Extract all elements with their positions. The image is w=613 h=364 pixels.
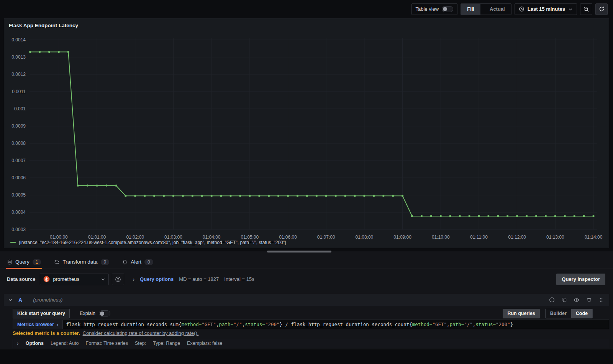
query-options-expander[interactable]: Query options: [140, 276, 174, 282]
code-button[interactable]: Code: [571, 309, 592, 318]
promql-input[interactable]: flask_http_request_duration_seconds_sum{…: [62, 320, 609, 329]
y-axis-label: 0.0013: [11, 54, 26, 60]
data-point: [249, 195, 251, 197]
data-point: [545, 215, 547, 217]
table-view-label: Table view: [416, 6, 439, 12]
y-axis-label: 0.0014: [11, 37, 26, 43]
data-point: [478, 215, 480, 217]
magnifier-minus-icon: [583, 6, 589, 12]
x-axis-label: 01:00:00: [50, 234, 68, 240]
x-axis-label: 01:04:00: [203, 234, 221, 240]
data-point: [144, 195, 146, 197]
data-point: [29, 51, 31, 53]
data-point: [335, 195, 337, 197]
x-axis-label: 01:01:00: [88, 234, 106, 240]
x-axis-label: 01:02:00: [126, 234, 144, 240]
delete-query-button[interactable]: [586, 297, 592, 303]
refresh-icon: [599, 6, 605, 12]
datasource-select[interactable]: prometheus: [40, 274, 109, 285]
tab-transform-data[interactable]: Transform data 0: [54, 255, 109, 269]
data-point: [172, 195, 174, 197]
toggle-visibility-button[interactable]: [574, 297, 580, 303]
data-point: [229, 195, 231, 197]
data-point: [39, 51, 41, 53]
data-point: [497, 215, 499, 217]
promql-label-token: status=: [245, 321, 265, 327]
data-point: [268, 195, 270, 197]
promql-token: ,: [447, 321, 450, 327]
data-point: [316, 195, 318, 197]
query-options-section: › Query options MD = auto = 1827 Interva…: [133, 276, 254, 282]
metrics-browser-label: Metrics browser: [17, 322, 54, 327]
warning-text: Selected metric is a counter.: [13, 330, 80, 336]
data-point: [192, 195, 193, 197]
refresh-button[interactable]: [595, 3, 608, 15]
interval-value: Interval = 15s: [224, 276, 254, 282]
metrics-browser-button[interactable]: Metrics browser ›: [13, 320, 62, 329]
tab-label: Query: [15, 259, 30, 265]
fill-button[interactable]: Fill: [461, 4, 480, 15]
kick-start-button[interactable]: Kick start your query: [13, 309, 70, 318]
y-axis-label: 0.001: [14, 106, 26, 111]
data-point: [153, 195, 155, 197]
promql-token: ,: [242, 321, 245, 327]
panel-editor-toolbar: Table view Fill Actual Last 15 minutes: [0, 0, 613, 18]
chevron-right-icon: ›: [133, 276, 134, 282]
query-inspector-button[interactable]: Query inspector: [556, 274, 605, 285]
y-axis-label: 0.0009: [11, 123, 26, 129]
y-axis-label: 0.0012: [11, 72, 26, 77]
latency-chart[interactable]: 0.00140.00130.00120.00110.0010.00090.000…: [7, 32, 603, 241]
actual-button[interactable]: Actual: [484, 4, 511, 15]
data-point: [592, 215, 594, 217]
tab-alert[interactable]: Alert 0: [122, 255, 153, 269]
collapse-chevron-icon[interactable]: [8, 297, 13, 303]
query-help-button[interactable]: [549, 297, 555, 303]
duplicate-query-button[interactable]: [561, 297, 567, 303]
data-point: [287, 195, 289, 197]
bottom-background: [0, 349, 613, 364]
data-point: [402, 195, 403, 197]
data-point: [58, 51, 60, 53]
counter-warning: Selected metric is a counter. Consider c…: [13, 330, 198, 336]
tab-query[interactable]: Query 1: [7, 255, 41, 269]
data-point: [516, 215, 518, 217]
y-axis-label: 0.0005: [11, 192, 26, 198]
legend: {instance="ec2-184-169-216-224.us-west-1…: [10, 240, 286, 245]
zoom-out-button[interactable]: [580, 3, 592, 15]
table-view-toggle[interactable]: [442, 6, 453, 12]
x-axis-label: 01:05:00: [241, 234, 259, 240]
prometheus-icon: [43, 276, 50, 282]
datasource-help-button[interactable]: [112, 274, 124, 285]
promql-string-token: "/": [233, 321, 242, 327]
clock-icon: [519, 6, 524, 12]
drag-handle[interactable]: [598, 297, 604, 303]
data-point: [297, 195, 298, 197]
builder-button[interactable]: Builder: [546, 309, 571, 318]
explain-toggle[interactable]: [99, 310, 110, 316]
promql-label-token: method=: [412, 321, 433, 327]
options-expander[interactable]: Options: [26, 341, 44, 346]
transform-icon: [54, 259, 59, 265]
table-view-control: Table view: [411, 3, 458, 15]
run-queries-button[interactable]: Run queries: [503, 309, 539, 318]
x-axis-label: 01:03:00: [164, 234, 182, 240]
chevron-right-icon[interactable]: ›: [17, 340, 19, 346]
data-point: [125, 195, 126, 197]
data-point: [506, 215, 508, 217]
time-range-picker[interactable]: Last 15 minutes: [515, 3, 577, 15]
panel-title: Flask App Endpoint Latency: [9, 23, 78, 28]
data-point: [469, 215, 470, 217]
promql-label-token: status=: [475, 321, 496, 327]
data-point: [239, 195, 241, 197]
data-point: [220, 195, 222, 197]
info-circle-icon: [549, 297, 555, 303]
max-data-points-value: MD = auto = 1827: [179, 276, 219, 282]
series-label[interactable]: {instance="ec2-184-169-216-224.us-west-1…: [19, 240, 286, 245]
pane-scrollbar-thumb[interactable]: [267, 251, 331, 253]
rate-hint-link[interactable]: Consider calculating rate of counter by …: [83, 330, 199, 336]
x-axis-label: 01:12:00: [508, 234, 526, 240]
query-row-header[interactable]: A (prometheus): [4, 294, 609, 306]
database-icon: [7, 259, 12, 265]
data-point: [430, 215, 432, 217]
data-point: [163, 195, 165, 197]
